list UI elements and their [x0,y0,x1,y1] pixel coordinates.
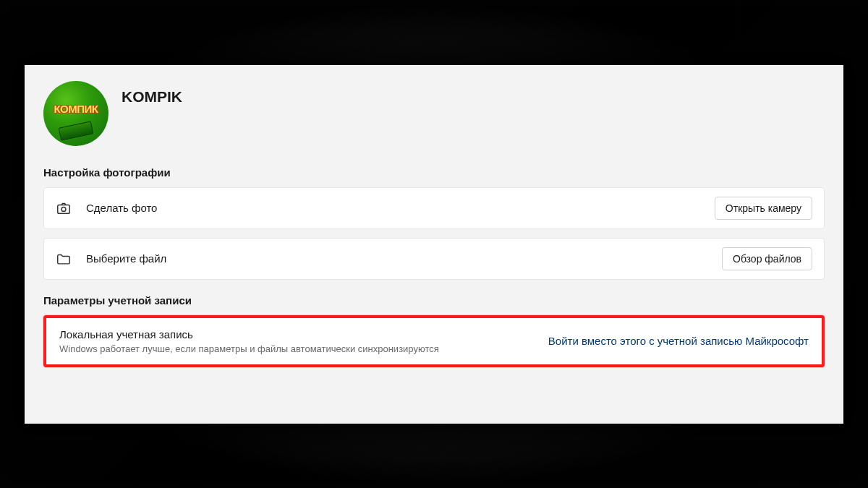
choose-file-row: Выберите файл Обзор файлов [43,238,825,280]
profile-header: КОМПИК KOMPIK [43,81,825,146]
photo-section-title: Настройка фотографии [43,166,825,179]
take-photo-row: Сделать фото Открыть камеру [43,187,825,229]
svg-rect-0 [58,205,70,213]
avatar[interactable]: КОМПИК [43,81,109,146]
open-camera-button[interactable]: Открыть камеру [715,197,812,220]
local-account-card: Локальная учетная запись Windows работае… [43,315,825,367]
choose-file-row-left: Выберите файл [56,251,722,267]
take-photo-row-left: Сделать фото [56,200,715,216]
camera-icon [56,200,72,216]
local-account-title: Локальная учетная запись [59,328,548,341]
account-section-title: Параметры учетной записи [43,294,825,307]
folder-icon [56,251,72,267]
svg-point-1 [61,207,66,211]
choose-file-label: Выберите файл [86,252,166,265]
settings-panel: КОМПИК KOMPIK Настройка фотографии Сдела… [23,64,845,425]
local-account-text: Локальная учетная запись Windows работае… [59,328,548,354]
username: KOMPIK [122,81,182,106]
browse-files-button[interactable]: Обзор файлов [722,247,812,270]
local-account-subtitle: Windows работает лучше, если параметры и… [59,343,548,354]
avatar-label: КОМПИК [54,103,98,115]
sign-in-microsoft-link[interactable]: Войти вместо этого с учетной записью Май… [548,335,809,347]
take-photo-label: Сделать фото [86,202,157,214]
